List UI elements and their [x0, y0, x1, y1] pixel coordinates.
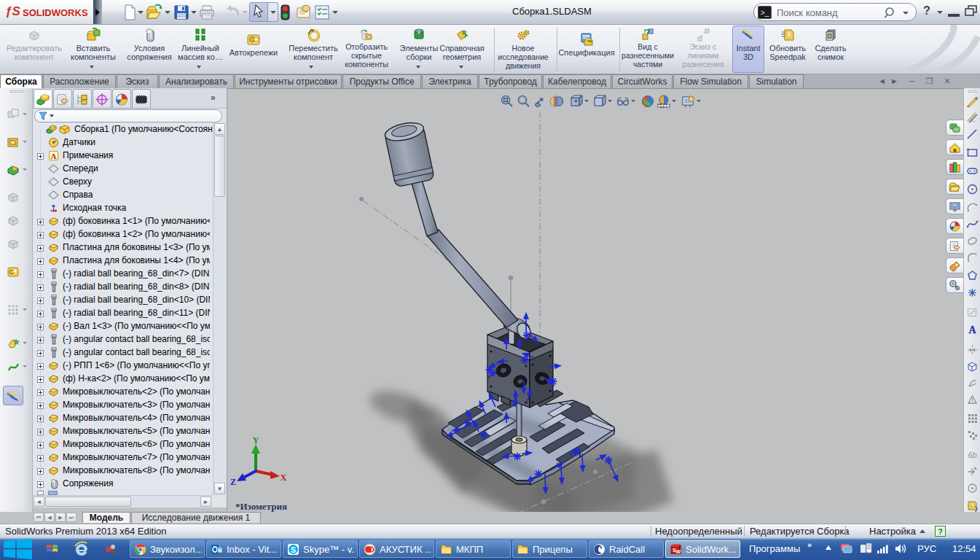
svg-text:6b: 6b [968, 451, 976, 459]
svg-text:∟: ∟ [971, 117, 976, 123]
svg-text:A: A [51, 152, 57, 160]
svg-text:A: A [968, 324, 976, 335]
svg-text:Z: Z [230, 477, 236, 487]
svg-text:W: W [676, 549, 681, 554]
svg-text:S: S [291, 545, 296, 554]
svg-text:Y: Y [253, 435, 259, 446]
svg-text:*Изометрия: *Изометрия [235, 501, 287, 512]
svg-text:X: X [281, 472, 287, 483]
